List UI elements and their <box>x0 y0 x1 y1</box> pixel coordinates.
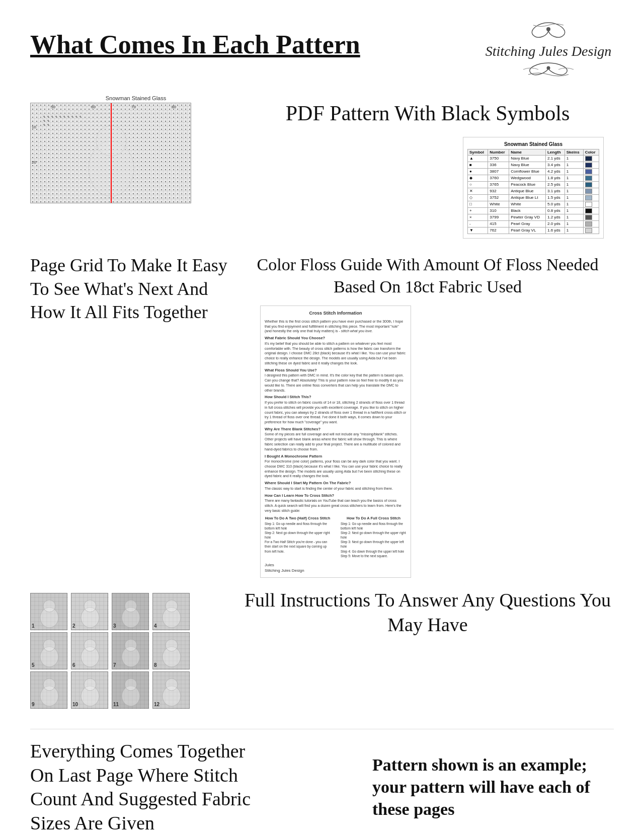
floss-cell-4-5 <box>583 181 599 188</box>
floss-cell-10-1: 415 <box>488 220 509 227</box>
bottom-right: Pattern shown is an example; your patter… <box>372 754 614 821</box>
floss-cell-7-0: □ <box>468 201 488 207</box>
instructions-signature: JulesStitching Jules Design <box>265 562 407 573</box>
thumbnail-svg-10 <box>71 672 109 709</box>
svg-point-0 <box>546 27 550 31</box>
instructions-floss-text: I designed this pattern with DMC in mind… <box>265 373 407 393</box>
floss-cell-5-3: 3.1 yds <box>545 188 565 194</box>
floss-cell-9-5 <box>583 214 599 220</box>
floss-cell-8-0: + <box>468 207 488 214</box>
instructions-fabric-title: What Fabric Should You Choose? <box>265 336 407 341</box>
svg-text:60: 60 <box>91 105 96 109</box>
row1-right: PDF Pattern With Black Symbols Snowman S… <box>242 95 614 239</box>
floss-cell-9-1: 3799 <box>488 214 509 220</box>
instructions-floss-title: What Floss Should You Use? <box>265 368 407 373</box>
svg-point-266 <box>125 678 137 691</box>
svg-point-156 <box>84 639 96 651</box>
floss-cell-1-2: Navy Blue <box>509 162 546 168</box>
floss-cell-9-4: 1 <box>565 214 583 220</box>
col-length: Length <box>545 149 565 155</box>
floss-cell-4-0: ○ <box>468 181 488 188</box>
floss-cell-6-5 <box>583 194 599 201</box>
instructions-start-text: The classic way to start is finding the … <box>265 486 407 491</box>
floss-cell-11-1: 762 <box>488 227 509 234</box>
row1-left: Snowman Stained Glass 50 60 70 80 10 20 <box>30 95 242 208</box>
color-swatch-10 <box>585 221 592 226</box>
floss-row-6: ◇3752Antique Blue Lt1.5 yds1 <box>468 194 599 201</box>
instructions-blank-text: Some of my pieces are full coverage and … <box>265 432 407 451</box>
thumbnail-svg-1 <box>31 593 68 631</box>
full-stitch-guide: How To Do A Full Cross Stitch Step 1: Go… <box>341 516 407 558</box>
color-swatch-9 <box>585 215 592 220</box>
floss-cell-1-3: 3.4 yds <box>545 162 565 168</box>
floss-cell-2-3: 4.2 yds <box>545 168 565 175</box>
col-skeins: Skeins <box>565 149 583 155</box>
half-stitch-steps: Step 1: Go up needle and floss through t… <box>265 521 331 554</box>
row3-left: 123456789101112 <box>30 588 242 709</box>
svg-text:80: 80 <box>172 105 176 109</box>
thumbnail-12: 12 <box>152 671 190 709</box>
thumbnail-3: 3 <box>112 593 149 630</box>
color-swatch-6 <box>585 195 592 200</box>
color-swatch-11 <box>585 228 592 233</box>
instructions-mono-title: I Bought A Monochrome Pattern <box>265 454 407 460</box>
instructions-howstitch-text: If you prefer to stitch on fabric counts… <box>265 400 407 425</box>
col-name: Name <box>509 149 546 155</box>
floss-cell-3-0: ◆ <box>468 175 488 181</box>
floss-cell-7-3: 5.0 yds <box>545 201 565 207</box>
floss-cell-11-3: 1.6 yds <box>545 227 565 234</box>
col-symbol: Symbol <box>468 149 488 155</box>
floss-cell-2-2: Cornflower Blue <box>509 168 546 175</box>
svg-point-90 <box>125 600 137 612</box>
floss-cell-3-5 <box>583 175 599 181</box>
svg-point-1 <box>547 66 550 70</box>
thumbnail-svg-11 <box>112 672 149 709</box>
floss-cell-10-5 <box>583 220 599 227</box>
thumbnail-svg-8 <box>153 633 190 670</box>
row2-right: Color Floss Guide With Amount Of Floss N… <box>242 254 614 578</box>
thumbnail-svg-2 <box>71 593 109 631</box>
floss-cell-1-4: 1 <box>565 162 583 168</box>
color-swatch-2 <box>585 169 592 174</box>
floss-cell-8-4: 1 <box>565 207 583 214</box>
floss-cell-4-1: 3765 <box>488 181 509 188</box>
thumbnail-svg-5 <box>31 633 68 670</box>
svg-text:50: 50 <box>51 105 55 109</box>
floss-cell-3-3: 1.8 yds <box>545 175 565 181</box>
floss-cell-6-0: ◇ <box>468 194 488 201</box>
svg-point-200 <box>166 639 178 651</box>
instructions-start-title: Where Should I Start My Pattern On The F… <box>265 481 407 486</box>
full-stitch-steps: Step 1: Go up needle and floss through t… <box>341 521 407 558</box>
floss-row-9: ×3799Pewter Gray VD1.2 yds1 <box>468 214 599 220</box>
thumbnail-svg-12 <box>153 672 190 709</box>
bottom-left: Everything Comes Together On Last Page W… <box>30 739 272 834</box>
floss-cell-3-4: 1 <box>565 175 583 181</box>
pattern-image-title: Snowman Stained Glass <box>30 95 242 101</box>
floss-table-title: Snowman Stained Glass <box>467 141 599 147</box>
instructions-para-1: Whether this is the first cross stitch p… <box>265 319 407 334</box>
floss-cell-4-3: 2.5 yds <box>545 181 565 188</box>
floss-row-8: +310Black0.8 yds1 <box>468 207 599 214</box>
floss-cell-8-3: 0.8 yds <box>545 207 565 214</box>
col-number: Number <box>488 149 509 155</box>
floss-cell-3-1: 3760 <box>488 175 509 181</box>
floss-cell-1-0: ■ <box>468 162 488 168</box>
floss-cell-11-0: ▼ <box>468 227 488 234</box>
full-instructions-text: Full Instructions To Answer Any Question… <box>242 588 614 638</box>
color-swatch-1 <box>585 163 592 168</box>
row2-left: Page Grid To Make It Easy To See What's … <box>30 254 242 324</box>
floss-row-1: ■336Navy Blue3.4 yds1 <box>468 162 599 168</box>
page-grid-text: Page Grid To Make It Easy To See What's … <box>30 254 231 324</box>
floss-row-0: ▲3750Navy Blue2.1 yds1 <box>468 155 599 162</box>
instructions-learn-title: How Can I Learn How To Cross Stitch? <box>265 493 407 499</box>
floss-cell-0-1: 3750 <box>488 155 509 162</box>
pattern-image-container: Snowman Stained Glass 50 60 70 80 10 20 <box>30 95 242 203</box>
example-note-text: Pattern shown is an example; your patter… <box>372 754 614 821</box>
floss-cell-7-4: 1 <box>565 201 583 207</box>
floss-cell-0-5 <box>583 155 599 162</box>
pattern-image: 50 60 70 80 10 20 <box>30 103 191 203</box>
floss-cell-7-5 <box>583 201 599 207</box>
thumbnails-grid: 123456789101112 <box>30 593 191 709</box>
floss-cell-2-4: 1 <box>565 168 583 175</box>
floss-row-7: □WhiteWhite5.0 yds1 <box>468 201 599 207</box>
